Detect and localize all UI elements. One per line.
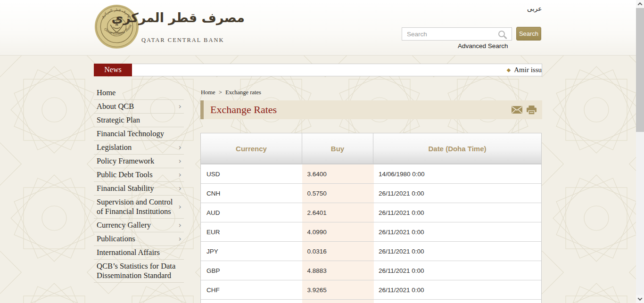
page-title: Exchange Rates: [210, 104, 277, 116]
chevron-up-icon: [638, 2, 643, 7]
sidebar-item-label: Public Debt Tools: [97, 170, 153, 180]
date-cell: 26/11/2021 0:00: [374, 184, 541, 203]
table-row: JPY 0.0316 26/11/2021 0:00: [201, 241, 541, 261]
main-content: Home > Exchange rates Exchange Rates Cur…: [200, 88, 542, 303]
table-row: AUD 2.6401 26/11/2021 0:00: [201, 203, 541, 222]
email-icon[interactable]: [512, 106, 522, 114]
currency-cell: EUR: [201, 222, 302, 241]
sidebar-item-financial-stability[interactable]: Financial Stability ›: [94, 182, 184, 196]
scrollbar-down-button[interactable]: [636, 295, 644, 303]
sidebar-item-public-debt-tools[interactable]: Public Debt Tools ›: [94, 168, 184, 182]
buy-cell: [302, 300, 374, 303]
currency-cell: JPY: [201, 242, 302, 261]
sidebar-item-international-affairs[interactable]: International Affairs: [94, 246, 184, 260]
chevron-right-icon: ›: [179, 184, 183, 193]
table-row: GBP 4.8883 26/11/2021 0:00: [201, 261, 541, 280]
currency-cell: AUD: [201, 203, 302, 222]
table-row: CNH 0.5750 26/11/2021 0:00: [201, 183, 541, 203]
search-button[interactable]: Search: [516, 27, 541, 41]
sidebar-item-label: Strategic Plan: [97, 115, 140, 125]
table-row: CHF 3.9265 26/11/2021 0:00: [201, 280, 541, 299]
buy-cell: 0.0316: [302, 242, 374, 261]
news-ticker-item[interactable]: Amir issu: [514, 66, 542, 74]
language-link-arabic[interactable]: عربى: [527, 5, 542, 12]
sidebar-item-label: International Affairs: [97, 248, 160, 257]
table-row: EUR 4.0990 26/11/2021 0:00: [201, 222, 541, 241]
sidebar-nav: Home About QCB › Strategic Plan Financia…: [94, 86, 184, 283]
currency-cell: GBP: [201, 261, 302, 280]
buy-cell: 3.9265: [302, 280, 374, 299]
breadcrumb: Home > Exchange rates: [201, 89, 542, 96]
sidebar-item-legislation[interactable]: Legislation ›: [94, 141, 184, 155]
date-cell: 26/11/2021 0:00: [374, 203, 541, 222]
date-cell: 26/11/2021 0:00: [374, 280, 541, 299]
sidebar-item-strategic-plan[interactable]: Strategic Plan: [94, 114, 184, 127]
sidebar-item-label: Home: [97, 88, 116, 98]
sidebar-item-financial-technology[interactable]: Financial Technology: [94, 127, 184, 141]
site-header: مصرف قطر المركزي Qatar Central Bank مصرف…: [0, 0, 636, 56]
buy-cell: 3.6400: [302, 164, 374, 183]
search-input[interactable]: [402, 28, 498, 40]
buy-cell: 0.5750: [302, 184, 374, 203]
column-header-date: Date (Doha Time): [373, 133, 541, 164]
search-icon[interactable]: [498, 31, 505, 37]
date-cell: 14/06/1980 0:00: [374, 164, 541, 183]
print-icon[interactable]: [527, 106, 537, 115]
chevron-right-icon: ›: [179, 102, 183, 111]
sidebar-item-about-qcb[interactable]: About QCB ›: [94, 100, 184, 114]
sidebar-item-label: Financial Technology: [97, 129, 164, 139]
search-box: [402, 27, 512, 41]
date-cell: 26/11/2021 0:00: [374, 222, 541, 241]
advanced-search-link[interactable]: Advanced Search: [458, 42, 508, 49]
sidebar-item-qcb-statistics[interactable]: QCB’s Statistics for Data Dissemination …: [94, 260, 184, 283]
sidebar-item-supervision[interactable]: Supervision and Control of Financial Ins…: [94, 196, 184, 219]
sidebar-item-label: Policy Framework: [97, 156, 154, 166]
breadcrumb-separator: >: [219, 89, 222, 96]
sidebar-item-label: Publications: [97, 234, 135, 244]
date-cell: 26/11/2021 0:00: [374, 242, 541, 261]
sidebar-item-label: Supervision and Control of Financial Ins…: [97, 197, 179, 216]
chevron-right-icon: ›: [179, 234, 183, 244]
page-title-bar: Exchange Rates: [200, 100, 542, 119]
chevron-right-icon: ›: [179, 156, 183, 166]
chevron-right-icon: ›: [179, 221, 183, 230]
buy-cell: 2.6401: [302, 203, 374, 222]
exchange-rates-table: Currency Buy Date (Doha Time) USD 3.6400…: [200, 133, 542, 303]
sidebar-item-label: Legislation: [97, 143, 132, 152]
currency-cell: CNH: [201, 184, 302, 203]
news-bar: News ◆ Amir issu: [94, 64, 542, 76]
table-row-partial: [201, 299, 541, 303]
currency-cell: [201, 300, 302, 303]
currency-cell: CHF: [201, 280, 302, 299]
logo-bank-name: QATAR CENTRAL BANK: [141, 37, 224, 44]
scrollbar-thumb[interactable]: [636, 8, 644, 132]
news-ticker: ◆ Amir issu: [132, 64, 542, 76]
date-cell: 26/11/2021 0:00: [374, 261, 541, 280]
buy-cell: 4.8883: [302, 261, 374, 280]
chevron-down-icon: [638, 296, 643, 301]
currency-cell: USD: [201, 164, 302, 183]
date-cell: [374, 300, 541, 303]
sidebar-item-label: About QCB: [97, 102, 134, 111]
column-header-currency: Currency: [201, 133, 302, 164]
chevron-right-icon: ›: [179, 143, 183, 152]
scrollbar-up-button[interactable]: [636, 0, 644, 8]
sidebar-item-publications[interactable]: Publications ›: [94, 232, 184, 246]
news-label: News: [94, 64, 132, 76]
chevron-right-icon: ›: [179, 170, 183, 180]
sidebar-item-home[interactable]: Home: [94, 86, 184, 100]
sidebar-item-policy-framework[interactable]: Policy Framework ›: [94, 155, 184, 168]
breadcrumb-home-link[interactable]: Home: [201, 89, 215, 96]
sidebar-item-label: Currency Gallery: [97, 221, 151, 230]
chevron-right-icon: ›: [179, 202, 183, 212]
sidebar-item-currency-gallery[interactable]: Currency Gallery ›: [94, 219, 184, 232]
breadcrumb-current: Exchange rates: [225, 89, 261, 96]
buy-cell: 4.0990: [302, 222, 374, 241]
diamond-bullet-icon: ◆: [507, 67, 511, 73]
table-header-row: Currency Buy Date (Doha Time): [201, 133, 541, 164]
sidebar-item-label: QCB’s Statistics for Data Dissemination …: [97, 262, 183, 280]
scrollbar[interactable]: [636, 0, 644, 303]
sidebar-item-label: Financial Stability: [97, 184, 154, 193]
table-row: USD 3.6400 14/06/1980 0:00: [201, 164, 541, 183]
logo-arabic-calligraphy: مصرف قطر المركزي: [141, 10, 245, 34]
